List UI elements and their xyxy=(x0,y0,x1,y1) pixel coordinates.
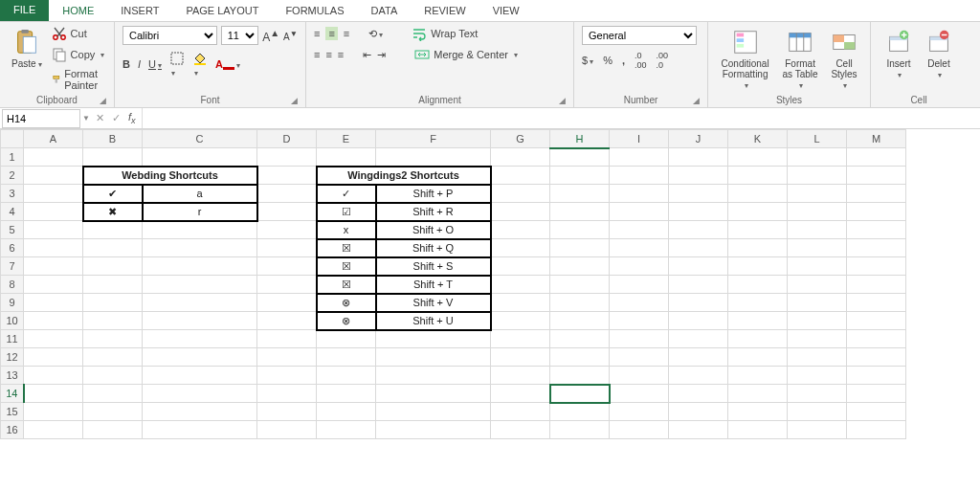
orientation-button[interactable]: ⟲ xyxy=(368,28,383,40)
select-all-corner[interactable] xyxy=(1,130,24,148)
col-header[interactable]: K xyxy=(728,130,788,148)
accounting-format-button[interactable]: $ xyxy=(582,55,593,66)
align-left-icon[interactable]: ≡ xyxy=(314,49,320,60)
dialog-launcher-icon[interactable]: ◢ xyxy=(693,96,700,105)
col-header[interactable]: I xyxy=(610,130,669,148)
align-right-icon[interactable]: ≡ xyxy=(338,49,344,60)
table-cell: Shift + T xyxy=(376,276,491,294)
cut-button[interactable]: Cut xyxy=(52,26,106,41)
increase-font-icon[interactable]: A▲ xyxy=(262,28,279,44)
table-header: Wingdings2 Shortcuts xyxy=(317,167,491,185)
formula-bar[interactable] xyxy=(142,108,980,128)
wrap-text-button[interactable]: Wrap Text xyxy=(412,26,478,41)
bold-button[interactable]: B xyxy=(122,58,130,70)
row-header[interactable]: 14 xyxy=(1,385,24,403)
cancel-formula-icon[interactable]: ✕ xyxy=(96,112,104,124)
enter-formula-icon[interactable]: ✓ xyxy=(112,112,121,124)
table-cell: Shift + O xyxy=(376,221,491,239)
svg-point-3 xyxy=(53,35,56,39)
col-header[interactable]: A xyxy=(24,130,83,148)
font-color-button[interactable]: A xyxy=(215,58,240,70)
row-header[interactable]: 10 xyxy=(1,312,24,330)
table-cell: Shift + Q xyxy=(376,239,491,257)
font-name-select[interactable]: Calibri xyxy=(122,26,217,45)
row-header[interactable]: 11 xyxy=(1,330,24,348)
copy-button[interactable]: Copy xyxy=(52,47,106,62)
table-cell: Shift + P xyxy=(376,185,491,203)
percent-button[interactable]: % xyxy=(603,55,612,66)
svg-rect-9 xyxy=(171,53,183,64)
dialog-launcher-icon[interactable]: ◢ xyxy=(559,96,566,105)
col-header[interactable]: H xyxy=(550,130,610,148)
scissors-icon xyxy=(52,26,67,41)
format-painter-button[interactable]: Format Painter xyxy=(52,68,106,91)
table-cell: ✓ xyxy=(317,185,376,203)
fill-color-button[interactable] xyxy=(192,51,208,78)
row-header[interactable]: 13 xyxy=(1,367,24,385)
row-header[interactable]: 4 xyxy=(1,203,24,221)
insert-function-icon[interactable]: fx xyxy=(128,111,136,125)
decrease-decimal-icon[interactable]: .00.0 xyxy=(656,51,668,70)
increase-indent-icon[interactable]: ⇥ xyxy=(377,49,386,61)
dialog-launcher-icon[interactable]: ◢ xyxy=(291,96,298,105)
tab-data[interactable]: DATA xyxy=(358,0,412,21)
borders-button[interactable] xyxy=(169,51,185,78)
svg-rect-1 xyxy=(21,30,29,33)
row-header[interactable]: 2 xyxy=(1,167,24,185)
row-header[interactable]: 5 xyxy=(1,221,24,239)
tab-home[interactable]: HOME xyxy=(49,0,107,21)
tab-review[interactable]: REVIEW xyxy=(411,0,479,21)
row-header[interactable]: 12 xyxy=(1,348,24,367)
tab-page-layout[interactable]: PAGE LAYOUT xyxy=(172,0,272,21)
col-header[interactable]: M xyxy=(847,130,906,148)
col-header[interactable]: J xyxy=(669,130,728,148)
decrease-indent-icon[interactable]: ⇤ xyxy=(363,49,371,61)
comma-button[interactable]: , xyxy=(622,55,625,66)
italic-button[interactable]: I xyxy=(138,58,141,70)
row-header[interactable]: 8 xyxy=(1,276,24,294)
col-header[interactable]: F xyxy=(376,130,491,148)
col-header[interactable]: L xyxy=(788,130,847,148)
col-header[interactable]: B xyxy=(83,130,143,148)
merge-center-button[interactable]: Merge & Center xyxy=(414,47,518,62)
underline-button[interactable]: U xyxy=(148,58,162,70)
align-top-icon[interactable]: ≡ xyxy=(314,28,320,39)
format-as-table-button[interactable]: Format as Table xyxy=(778,26,822,92)
insert-cells-button[interactable]: Insert xyxy=(880,26,917,81)
svg-rect-21 xyxy=(834,35,844,43)
paste-button[interactable]: Paste xyxy=(8,26,46,72)
tab-formulas[interactable]: FORMULAS xyxy=(272,0,357,21)
row-header[interactable]: 9 xyxy=(1,294,24,312)
conditional-formatting-button[interactable]: Conditional Formatting xyxy=(716,26,774,92)
number-format-select[interactable]: General xyxy=(582,26,697,45)
row-header[interactable]: 7 xyxy=(1,257,24,276)
tab-view[interactable]: VIEW xyxy=(479,0,533,21)
font-size-select[interactable]: 11 xyxy=(221,26,259,45)
tab-insert[interactable]: INSERT xyxy=(107,0,172,21)
table-cell: Shift + V xyxy=(376,294,491,312)
group-title-styles: Styles xyxy=(716,93,862,105)
cell-styles-button[interactable]: Cell Styles xyxy=(826,26,862,92)
row-header[interactable]: 16 xyxy=(1,421,24,439)
dialog-launcher-icon[interactable]: ◢ xyxy=(100,96,106,105)
align-center-icon[interactable]: ≡ xyxy=(325,49,331,60)
increase-decimal-icon[interactable]: .0.00 xyxy=(635,51,647,70)
row-header[interactable]: 6 xyxy=(1,239,24,257)
col-header[interactable]: G xyxy=(491,130,550,148)
col-header[interactable]: D xyxy=(257,130,317,148)
align-middle-icon[interactable]: ≡ xyxy=(325,27,337,40)
table-cell: Shift + U xyxy=(376,312,491,330)
table-cell: Shift + S xyxy=(376,257,491,276)
name-box[interactable] xyxy=(2,109,80,128)
row-header[interactable]: 1 xyxy=(1,148,24,167)
delete-cells-button[interactable]: Delet xyxy=(921,26,957,81)
row-header[interactable]: 3 xyxy=(1,185,24,203)
align-bottom-icon[interactable]: ≡ xyxy=(344,28,349,39)
col-header[interactable]: E xyxy=(317,130,376,148)
tab-file[interactable]: FILE xyxy=(0,0,49,21)
active-cell[interactable] xyxy=(550,385,610,403)
decrease-font-icon[interactable]: A▼ xyxy=(283,29,298,42)
col-header[interactable]: C xyxy=(143,130,257,148)
row-header[interactable]: 15 xyxy=(1,403,24,421)
worksheet-grid[interactable]: A B C D E F G H I J K L M 1 2 Webding Sh… xyxy=(0,129,980,439)
